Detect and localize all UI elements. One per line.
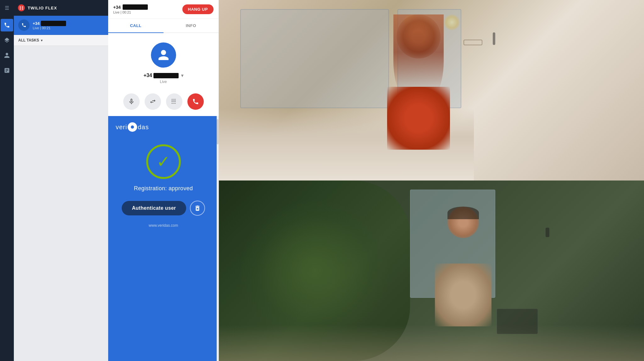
tasks-icon <box>4 67 10 74</box>
check-circle: ✓ <box>146 144 181 179</box>
veridas-logo-text-after: das <box>138 124 149 131</box>
tasks-body <box>14 46 108 361</box>
task-info: +34 Live | 00:21 <box>33 21 66 30</box>
sidebar-nav <box>0 19 14 77</box>
tab-info[interactable]: INFO <box>164 19 219 32</box>
contacts-icon <box>4 52 10 58</box>
end-call-icon <box>192 98 199 105</box>
transfer-icon <box>149 98 156 105</box>
call-content: +34 ▾ Live <box>108 33 219 361</box>
layers-icon <box>4 37 10 43</box>
svg-point-4 <box>22 8 23 10</box>
veridas-logo-dot <box>128 122 137 132</box>
sidebar: ☰ <box>0 0 14 361</box>
twilio-logo-icon <box>18 4 25 12</box>
task-item-phone: +34 Live | 00:21 <box>18 19 104 31</box>
task-phone-icon-circle <box>18 19 30 31</box>
svg-point-3 <box>20 8 21 10</box>
app-title: TWILIO FLEX <box>28 6 57 10</box>
person2-hair <box>447 207 479 219</box>
veridas-website: www.veridas.com <box>149 223 178 228</box>
sidebar-item-layers[interactable] <box>1 34 13 47</box>
svg-point-0 <box>18 4 25 11</box>
task-status: Live | 00:21 <box>33 26 66 30</box>
all-tasks-label: ALL TASKS <box>18 38 39 42</box>
app-logo: TWILIO FLEX <box>18 4 57 12</box>
video-bottom <box>219 181 644 361</box>
transfer-button[interactable] <box>145 93 161 110</box>
dropdown-arrow-icon[interactable]: ▾ <box>181 73 183 78</box>
call-tabs: CALL INFO <box>108 19 219 33</box>
video-bottom-background <box>219 181 644 361</box>
video-top-background <box>219 0 644 181</box>
headset <box>493 32 495 45</box>
person-top-shirt <box>387 87 450 150</box>
task-number: +34 <box>33 21 66 26</box>
tab-call[interactable]: CALL <box>108 19 164 33</box>
all-tasks-bar[interactable]: ALL TASKS ▾ <box>14 35 108 46</box>
tasks-header: TWILIO FLEX <box>14 0 108 16</box>
auth-row: Authenticate user <box>122 201 205 216</box>
laptop <box>497 309 538 334</box>
caller-number-main: +34 ▾ <box>143 73 183 78</box>
scroll-thumb <box>217 119 219 144</box>
veridas-logo-dot-inner <box>131 125 134 129</box>
call-controls <box>123 93 204 110</box>
task-phone-icon <box>21 23 26 28</box>
caller-number-redacted-main <box>153 73 179 78</box>
chevron-down-icon: ▾ <box>41 39 42 42</box>
task-number-redacted <box>41 21 66 26</box>
veridas-logo-text-before: veri <box>116 124 127 131</box>
call-live-status-header: Live | 00:21 <box>113 10 148 14</box>
caller-number-header: +34 <box>113 4 148 10</box>
veridas-section: veri das ✓ Registration: approved Authen… <box>108 116 219 361</box>
tasks-panel: TWILIO FLEX +34 Live | 00:21 ALL TASKS ▾ <box>14 0 108 361</box>
hang-up-button[interactable]: HANG UP <box>182 4 214 14</box>
task-item[interactable]: +34 Live | 00:21 <box>14 16 108 35</box>
call-header-left: +34 Live | 00:21 <box>113 4 148 14</box>
end-call-button[interactable] <box>187 93 204 110</box>
hamburger-button[interactable]: ☰ <box>0 0 14 16</box>
call-panel: +34 Live | 00:21 HANG UP CALL INFO <box>108 0 219 361</box>
phone-icon <box>4 22 10 28</box>
person-top-area <box>312 0 525 181</box>
mute-button[interactable] <box>123 93 140 110</box>
authenticate-user-button[interactable]: Authenticate user <box>122 201 186 215</box>
table-surface <box>219 325 644 361</box>
video-top <box>219 0 644 181</box>
keypad-icon <box>171 98 178 105</box>
svg-point-1 <box>20 7 21 8</box>
call-info-section: +34 ▾ Live <box>108 33 219 116</box>
keypad-button[interactable] <box>166 93 182 110</box>
delete-button[interactable] <box>190 201 205 216</box>
trash-icon <box>194 205 201 212</box>
scroll-track <box>217 116 219 361</box>
caller-live-label: Live <box>160 80 167 84</box>
sidebar-item-phone[interactable] <box>1 19 13 31</box>
svg-point-2 <box>22 7 23 8</box>
mic-icon <box>128 98 135 105</box>
phone-at-ear <box>546 228 549 237</box>
veridas-logo-row: veri das <box>116 122 149 132</box>
caller-number-redacted-header <box>123 4 148 10</box>
sidebar-item-contacts[interactable] <box>1 49 13 62</box>
call-header: +34 Live | 00:21 HANG UP <box>108 0 219 19</box>
caller-avatar <box>151 42 176 68</box>
sidebar-item-tasks[interactable] <box>1 64 13 77</box>
person2-body <box>435 264 491 326</box>
caller-avatar-icon <box>157 49 170 61</box>
hamburger-icon: ☰ <box>5 5 9 11</box>
check-mark-icon: ✓ <box>157 153 170 170</box>
video-panels <box>219 0 644 361</box>
registration-status: Registration: approved <box>134 185 193 192</box>
glasses <box>464 40 482 45</box>
